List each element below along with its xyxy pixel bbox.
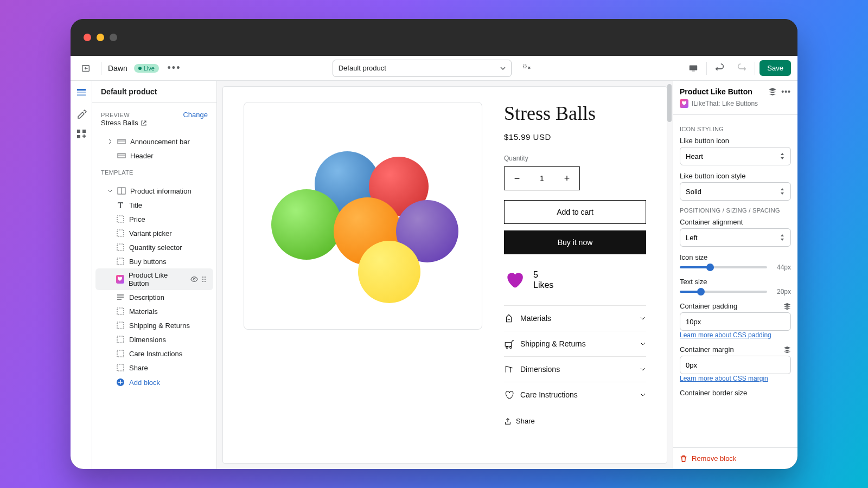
select-arrows-icon (780, 188, 785, 195)
more-icon[interactable]: ••• (781, 87, 791, 96)
margin-help-link[interactable]: Learn more about CSS margin (680, 375, 768, 382)
remove-block-button[interactable]: Remove block (673, 447, 797, 469)
tree-block-buy-buttons[interactable]: Buy buttons (92, 254, 216, 268)
text-size-slider[interactable] (680, 291, 767, 293)
connected-icon[interactable] (783, 346, 791, 354)
svg-point-21 (202, 277, 203, 278)
padding-input[interactable] (680, 312, 791, 331)
tree-section-product-info[interactable]: Product information (92, 184, 216, 198)
undo-button[interactable] (711, 60, 729, 77)
tree-block-price[interactable]: Price (92, 212, 216, 226)
svg-rect-36 (505, 343, 511, 346)
icon-size-slider[interactable] (680, 266, 767, 268)
preview-product-name[interactable]: Stress Balls (101, 119, 208, 127)
padding-help-link[interactable]: Learn more about CSS padding (680, 331, 771, 339)
live-badge: Live (134, 64, 159, 73)
icon-style-select[interactable]: Solid (680, 182, 791, 201)
change-preview-link[interactable]: Change (183, 111, 208, 119)
canvas-scrollbar[interactable] (667, 84, 672, 122)
alignment-select[interactable]: Left (680, 228, 791, 247)
svg-rect-7 (77, 130, 80, 133)
margin-input[interactable] (680, 356, 791, 374)
tree-block-description[interactable]: Description (92, 290, 216, 304)
chevron-down-icon (640, 341, 646, 347)
inspector-panel: Product Like Button ••• ILikeThat: Like … (673, 81, 797, 469)
like-word: Likes (533, 280, 553, 290)
share-button[interactable]: Share (504, 417, 646, 425)
accordion-shipping-returns[interactable]: Shipping & Returns (504, 331, 646, 356)
svg-point-22 (205, 277, 206, 278)
inspector-title: Product Like Button (680, 87, 752, 96)
svg-point-23 (202, 279, 203, 280)
heart-icon (504, 269, 525, 290)
accordion-dimensions[interactable]: Dimensions (504, 356, 646, 382)
icon-size-label: Icon size (680, 253, 791, 261)
svg-point-24 (205, 279, 206, 280)
border-label: Container border size (680, 389, 791, 397)
qty-value: 1 (529, 174, 554, 183)
quantity-stepper: − 1 + (504, 166, 580, 190)
connected-icon[interactable] (783, 303, 791, 310)
section-icon-styling: ICON STYLING (680, 126, 791, 132)
like-widget[interactable]: 5 Likes (504, 269, 646, 290)
chevron-down-icon (640, 366, 646, 373)
tree-block-shipping-returns[interactable]: Shipping & Returns (92, 318, 216, 332)
tree-block-product-like-button[interactable]: Product Like Button (95, 268, 213, 290)
tree-block-materials[interactable]: Materials (92, 304, 216, 318)
apps-rail-icon[interactable] (76, 129, 87, 139)
sections-rail-icon[interactable] (76, 87, 87, 98)
save-button[interactable]: Save (760, 60, 791, 76)
accordion-icon (504, 313, 514, 323)
tree-block-share[interactable]: Share (92, 361, 216, 375)
svg-rect-19 (117, 258, 124, 265)
accordion-care-instructions[interactable]: Care Instructions (504, 382, 646, 407)
accordion-materials[interactable]: Materials (504, 305, 646, 331)
tree-block-variant-picker[interactable]: Variant picker (92, 226, 216, 240)
product-image (244, 102, 482, 330)
window-close-dot[interactable] (84, 34, 91, 41)
tree-block-quantity-selector[interactable]: Quantity selector (92, 240, 216, 254)
padding-label: Container padding (680, 302, 791, 310)
svg-rect-33 (117, 350, 124, 357)
theme-name: Dawn (108, 64, 127, 73)
svg-rect-6 (77, 94, 86, 96)
template-label: TEMPLATE (101, 169, 133, 176)
tree-block-care-instructions[interactable]: Care Instructions (92, 346, 216, 361)
tree-block-dimensions[interactable]: Dimensions (92, 332, 216, 346)
svg-rect-17 (117, 230, 124, 236)
theme-settings-rail-icon[interactable] (76, 108, 87, 119)
qty-decrease-button[interactable]: − (505, 173, 529, 184)
tree-section-announcement[interactable]: Announcement bar (92, 134, 216, 149)
window-minimize-dot[interactable] (97, 34, 104, 41)
chevron-down-icon (640, 315, 646, 322)
svg-rect-31 (117, 322, 124, 329)
icon-select[interactable]: Heart (680, 147, 791, 165)
text-size-value: 20px (771, 288, 791, 296)
window-zoom-dot[interactable] (110, 34, 117, 41)
layers-icon[interactable] (768, 87, 777, 96)
svg-point-20 (193, 278, 195, 280)
inspector-toggle-button[interactable] (518, 60, 535, 77)
redo-button[interactable] (733, 60, 750, 77)
exit-editor-button[interactable] (77, 60, 94, 77)
qty-increase-button[interactable]: + (554, 173, 579, 184)
svg-rect-10 (118, 139, 125, 144)
add-block-button[interactable]: Add block (92, 375, 216, 390)
tree-block-title[interactable]: Title (92, 198, 216, 212)
icon-field-label: Like button icon (680, 137, 791, 145)
template-selector[interactable]: Default product (333, 60, 512, 77)
more-actions-button[interactable]: ••• (165, 60, 183, 77)
buy-now-button[interactable]: Buy it now (504, 230, 646, 254)
eye-icon[interactable] (190, 275, 198, 283)
svg-rect-5 (77, 92, 86, 93)
nav-rail (71, 81, 92, 469)
svg-rect-12 (118, 153, 125, 158)
inspector-app-name: ILikeThat: Like Buttons (692, 100, 758, 107)
accordion-icon (504, 339, 514, 349)
divider (706, 62, 707, 75)
viewport-desktop-button[interactable] (685, 60, 702, 77)
tree-section-header[interactable]: Header (92, 149, 216, 163)
svg-rect-18 (117, 244, 124, 251)
add-to-cart-button[interactable]: Add to cart (504, 200, 646, 224)
drag-handle-icon[interactable] (201, 275, 207, 283)
